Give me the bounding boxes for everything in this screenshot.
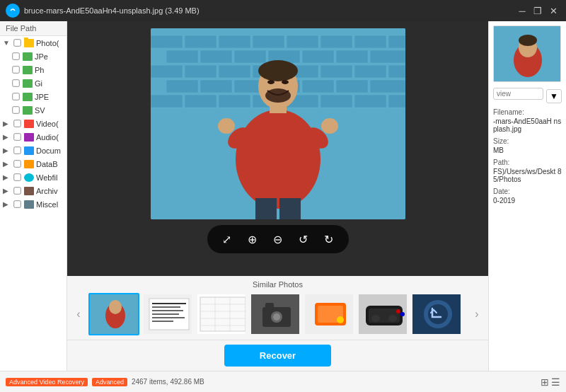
sidebar-item-svg[interactable]: SV (0, 103, 67, 117)
svg-rect-25 (388, 65, 405, 78)
prev-thumbnail-button[interactable]: ‹ (71, 293, 86, 335)
svg-point-50 (267, 80, 275, 84)
maximize-button[interactable]: ❐ (531, 4, 545, 18)
main-image (151, 28, 405, 219)
filter-button[interactable]: ▼ (546, 89, 562, 103)
size-value: MB (493, 146, 562, 154)
svg-point-56 (109, 300, 122, 314)
archive-label: Archiv (36, 187, 58, 195)
search-box[interactable] (493, 88, 543, 100)
misc-checkbox[interactable] (13, 200, 21, 207)
recover-main-button[interactable]: Recover (224, 345, 331, 367)
sidebar-item-archive[interactable]: ▶ Archiv (0, 184, 67, 197)
svg-point-85 (371, 315, 380, 322)
gif-label: Gi (35, 79, 42, 88)
jpeg-checkbox[interactable] (12, 93, 19, 100)
video-icon (24, 120, 34, 128)
img-icon-5 (23, 106, 33, 115)
thumbnail-6[interactable] (357, 293, 408, 335)
svg-rect-53 (279, 198, 301, 219)
svg-rect-7 (287, 35, 318, 48)
svg-rect-20 (219, 65, 250, 78)
search-input[interactable] (497, 90, 540, 98)
thumb-image-1 (90, 294, 139, 334)
folder-icon (24, 39, 34, 47)
zoom-out-button[interactable]: ⊖ (268, 229, 288, 249)
preview-panel: ⤢ ⊕ ⊖ ↺ ↻ (67, 21, 488, 276)
fit-screen-button[interactable]: ⤢ (217, 229, 237, 249)
zoom-in-button[interactable]: ⊕ (243, 229, 262, 249)
sidebar-item-photos[interactable]: ▼ Photo( (0, 36, 67, 50)
audio-checkbox[interactable] (13, 133, 21, 140)
sidebar-item-jpg[interactable]: JPe (0, 50, 67, 63)
svg-rect-64 (152, 321, 173, 322)
photos-label: Photo( (36, 39, 59, 47)
date-value: 0-2019 (493, 197, 562, 204)
expand-icon-4: ▶ (3, 146, 11, 154)
grid-view-button[interactable]: ⊞ (541, 376, 549, 388)
gif-checkbox[interactable] (12, 79, 19, 86)
svg-rect-60 (152, 306, 180, 308)
main-container: File Path ▼ Photo( JPe Ph Gi JPE (0, 21, 566, 371)
rotate-left-button[interactable]: ↺ (294, 229, 313, 249)
svg-point-51 (282, 80, 289, 84)
thumbnails-row: ‹ (71, 293, 484, 335)
db-icon (24, 160, 34, 168)
docs-checkbox[interactable] (13, 146, 21, 154)
expand-icon-5: ▶ (3, 160, 11, 168)
db-checkbox[interactable] (13, 160, 21, 167)
sidebar-item-db[interactable]: ▶ DataB (0, 157, 67, 171)
close-button[interactable]: ✕ (546, 4, 560, 18)
view-toggle: ⊞ ☰ (541, 376, 560, 388)
advanced-video-recovery-tag[interactable]: Advanced Video Recovery (6, 378, 88, 386)
advanced-tag: Advanced (92, 378, 127, 386)
thumbnail-5[interactable] (304, 293, 354, 335)
misc-label: Miscel (36, 200, 58, 209)
jpg-checkbox[interactable] (12, 52, 19, 59)
thumb-image-6 (359, 294, 408, 334)
path-label: Path: (493, 158, 562, 166)
list-view-button[interactable]: ☰ (551, 376, 560, 388)
sidebar-item-web[interactable]: ▶ Webfil (0, 171, 67, 184)
thumbnail-1[interactable] (88, 293, 139, 335)
misc-icon (24, 200, 34, 209)
thumbnail-3[interactable] (196, 293, 247, 335)
docs-label: Docum (36, 146, 61, 155)
next-thumbnail-button[interactable]: › (470, 293, 484, 335)
expand-icon-6: ▶ (3, 173, 11, 181)
photos-checkbox[interactable] (13, 39, 21, 46)
svg-point-91 (428, 304, 448, 324)
svg-checkbox[interactable] (12, 106, 19, 113)
svg-rect-9 (354, 35, 386, 48)
sidebar-item-png[interactable]: Ph (0, 63, 67, 76)
rotate-right-button[interactable]: ↻ (319, 229, 339, 249)
svg-rect-16 (336, 50, 368, 63)
archive-checkbox[interactable] (13, 187, 21, 194)
audio-label: Audio( (36, 133, 59, 142)
window-controls: ─ ❐ ✕ (515, 4, 560, 18)
video-checkbox[interactable] (13, 120, 21, 127)
sidebar-item-jpeg[interactable]: JPE (0, 90, 67, 103)
thumbnail-2[interactable] (142, 293, 193, 335)
minimize-button[interactable]: ─ (515, 4, 529, 18)
svg-label: SV (35, 106, 45, 115)
sidebar-item-video[interactable]: ▶ Video( (0, 117, 67, 130)
sidebar-item-gif[interactable]: Gi (0, 76, 67, 90)
png-checkbox[interactable] (12, 66, 19, 73)
thumbnail-7[interactable] (411, 293, 462, 335)
similar-photos-section: Similar Photos ‹ (67, 276, 488, 340)
thumb-image-4 (251, 294, 301, 334)
thumb-image-5 (305, 294, 354, 334)
sidebar-item-audio[interactable]: ▶ Audio( (0, 130, 67, 144)
sidebar-item-misc[interactable]: ▶ Miscel (0, 197, 67, 211)
svg-rect-35 (219, 95, 250, 108)
svg-rect-17 (370, 50, 405, 63)
image-toolbar: ⤢ ⊕ ⊖ ↺ ↻ (207, 225, 349, 253)
svg-rect-59 (152, 303, 186, 304)
web-checkbox[interactable] (13, 173, 21, 180)
thumbnail-4[interactable] (250, 293, 301, 335)
svg-rect-19 (185, 65, 216, 78)
svg-point-86 (388, 315, 397, 322)
sidebar-item-docs[interactable]: ▶ Docum (0, 144, 67, 157)
content-area: ⤢ ⊕ ⊖ ↺ ↻ Similar Photos ‹ (67, 21, 488, 371)
